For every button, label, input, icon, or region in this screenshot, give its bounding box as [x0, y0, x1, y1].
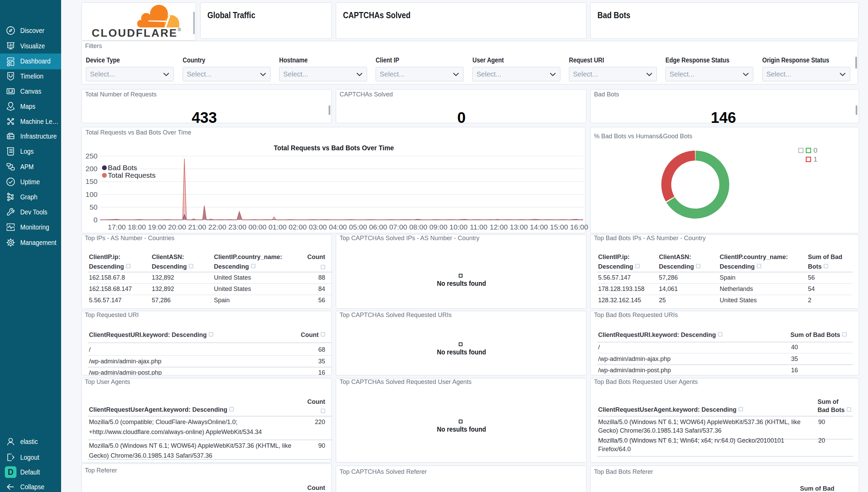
svg-text:23:00: 23:00 [228, 223, 247, 231]
svg-text:0: 0 [93, 216, 98, 224]
svg-text:08:00: 08:00 [409, 223, 427, 231]
svg-text:14:00: 14:00 [530, 223, 548, 231]
svg-text:13:00: 13:00 [510, 223, 528, 231]
svg-text:150: 150 [85, 177, 98, 185]
svg-text:22:00: 22:00 [208, 223, 227, 231]
svg-text:Total Requests: Total Requests [108, 171, 156, 179]
svg-text:200: 200 [85, 165, 98, 173]
svg-text:00:00: 00:00 [249, 223, 267, 231]
svg-text:05:00: 05:00 [349, 223, 367, 231]
svg-text:21:00: 21:00 [188, 223, 206, 231]
svg-text:18:00: 18:00 [128, 223, 146, 231]
svg-text:50: 50 [90, 203, 98, 211]
svg-text:07:00: 07:00 [389, 223, 407, 231]
svg-text:Bad Bots: Bad Bots [108, 164, 137, 172]
svg-text:16:00: 16:00 [570, 223, 588, 231]
svg-text:03:00: 03:00 [309, 223, 327, 231]
svg-text:20:00: 20:00 [168, 223, 186, 231]
svg-text:19:00: 19:00 [148, 223, 166, 231]
svg-text:1: 1 [813, 155, 818, 163]
svg-text:04:00: 04:00 [329, 223, 347, 231]
svg-text:250: 250 [85, 152, 98, 160]
svg-text:100: 100 [85, 190, 98, 198]
svg-text:17:00: 17:00 [108, 223, 126, 231]
svg-text:06:00: 06:00 [369, 223, 387, 231]
svg-text:10:00: 10:00 [449, 223, 468, 231]
svg-text:15:00: 15:00 [550, 223, 568, 231]
svg-text:02:00: 02:00 [289, 223, 307, 231]
svg-text:09:00: 09:00 [430, 223, 448, 231]
svg-text:12:00: 12:00 [490, 223, 508, 231]
svg-text:01:00: 01:00 [269, 223, 287, 231]
svg-text:11:00: 11:00 [470, 223, 487, 231]
svg-text:0: 0 [813, 146, 818, 154]
